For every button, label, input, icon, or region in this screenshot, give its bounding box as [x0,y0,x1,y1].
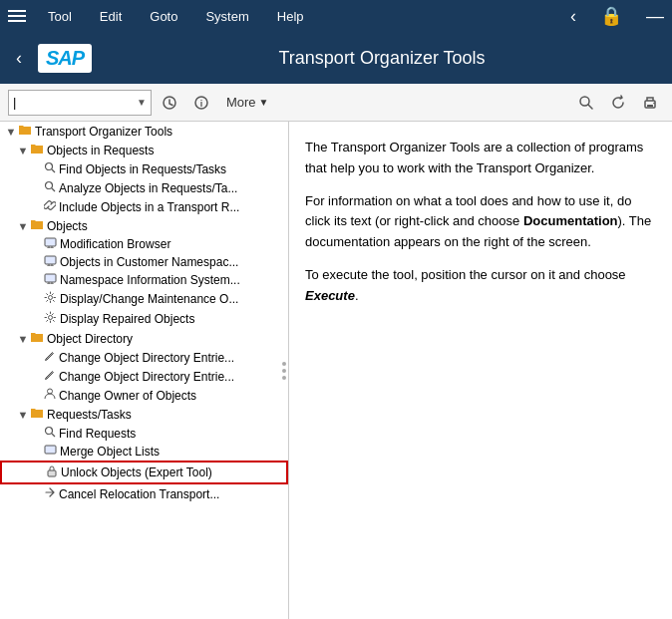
history-button[interactable] [156,90,183,116]
gear-icon [44,311,57,327]
svg-rect-6 [647,105,653,107]
svg-point-24 [49,296,53,300]
svg-point-7 [653,102,655,104]
svg-point-8 [46,163,53,170]
tree-label: Change Owner of Objects [59,389,196,403]
nav-forward-icon[interactable]: 🔒 [600,5,622,27]
content-paragraph-2: For information on what a tool does and … [305,191,656,253]
tree-item-change-owner[interactable]: Change Owner of Objects [0,386,288,405]
tree-label: Include Objects in a Transport R... [59,200,239,214]
svg-point-26 [48,389,53,394]
content-paragraph-3: To execute the tool, position the cursor… [305,265,656,307]
tree-item-maintenance[interactable]: Display/Change Maintenance O... [0,289,288,309]
search-icon [44,180,56,195]
tree-item-merge-lists[interactable]: Merge Object Lists [0,443,288,461]
tree-item-requests-tasks[interactable]: ▼ Requests/Tasks [0,405,288,424]
search-icon [44,426,56,441]
more-button[interactable]: More ▼ [219,91,276,114]
command-input-wrapper[interactable]: ▼ [8,90,152,116]
search-icon [44,161,56,176]
menu-system[interactable]: System [199,5,254,28]
menu-help[interactable]: Help [271,5,310,28]
tree-item-objects-folder[interactable]: ▼ Objects [0,216,288,235]
nav-back-icon[interactable]: ‹ [570,6,576,27]
tree-label: Modification Browser [60,237,170,251]
tree-item-find-objects[interactable]: Find Objects in Requests/Tasks [0,159,288,178]
svg-rect-20 [45,274,56,282]
tree-item-namespace-info[interactable]: Namespace Information System... [0,271,288,289]
pencil-icon [44,350,56,365]
tree-item-root[interactable]: ▼ Transport Organizer Tools [0,122,288,141]
lock-icon [46,464,58,480]
arrow-icon [44,486,56,501]
dropdown-icon[interactable]: ▼ [137,97,147,108]
folder-icon [30,218,44,233]
folder-icon [18,124,32,139]
hamburger-icon[interactable] [8,10,26,22]
expand-icon[interactable]: ▼ [16,220,30,232]
expand-icon[interactable]: ▼ [4,126,18,138]
print-button[interactable] [636,90,664,116]
tree-label: Objects in Requests [47,144,154,157]
content-panel: The Transport Organizer Tools are a coll… [289,122,672,619]
tree-label: Namespace Information System... [60,273,240,287]
screen-icon [44,237,57,251]
tree-item-unlock-objects[interactable]: Unlock Objects (Expert Tool) [0,461,288,484]
tree-item-find-requests[interactable]: Find Requests [0,424,288,443]
menu-edit[interactable]: Edit [94,5,128,28]
gear-icon [44,291,57,307]
page-title: Transport Organizer Tools [104,48,660,69]
person-icon [44,388,56,403]
tree-item-change-dir-2[interactable]: Change Object Directory Entrie... [0,367,288,386]
info-button[interactable]: i [187,90,215,116]
tree-label: Cancel Relocation Transport... [59,487,219,501]
tree-label: Objects [47,219,88,233]
tree-item-analyze-objects[interactable]: Analyze Objects in Requests/Ta... [0,178,288,197]
tree-label: Transport Organizer Tools [35,125,172,139]
screen-icon [44,273,57,287]
back-button[interactable]: ‹ [12,44,26,73]
tree-label: Change Object Directory Entrie... [59,351,234,365]
expand-icon[interactable]: ▼ [16,333,30,345]
svg-line-9 [52,169,55,172]
screen-icon [44,445,57,459]
menu-bar: Tool Edit Goto System Help ‹ 🔒 ― [0,0,672,32]
pencil-icon [44,369,56,384]
refresh-button[interactable] [604,90,632,116]
svg-point-10 [46,182,53,189]
search-button[interactable] [572,90,600,116]
tree-item-repaired-objects[interactable]: Display Repaired Objects [0,309,288,329]
menu-tool[interactable]: Tool [42,5,78,28]
toolbar: ▼ i More ▼ [0,84,672,122]
svg-line-4 [588,105,592,109]
tree-item-objects-in-requests[interactable]: ▼ Objects in Requests [0,141,288,159]
minimize-icon[interactable]: ― [646,6,664,27]
content-paragraph-1: The Transport Organizer Tools are a coll… [305,138,656,179]
main-content: ▼ Transport Organizer Tools ▼ Objects in… [0,122,672,619]
screen-icon [44,255,57,269]
more-chevron-icon: ▼ [259,97,269,108]
link-icon [44,199,56,214]
command-input[interactable] [13,95,133,110]
svg-text:i: i [200,99,203,109]
folder-icon [30,143,44,157]
svg-rect-30 [48,470,56,476]
tree-label: Change Object Directory Entrie... [59,370,234,384]
tree-item-include-objects[interactable]: Include Objects in a Transport R... [0,197,288,216]
tree-label: Analyze Objects in Requests/Ta... [59,181,237,195]
tree-item-change-dir-1[interactable]: Change Object Directory Entrie... [0,348,288,367]
tree-item-object-directory[interactable]: ▼ Object Directory [0,329,288,348]
tree-panel: ▼ Transport Organizer Tools ▼ Objects in… [0,122,289,619]
menu-goto[interactable]: Goto [144,5,183,28]
tree-item-modification-browser[interactable]: Modification Browser [0,235,288,253]
expand-icon[interactable]: ▼ [16,145,30,156]
expand-icon[interactable]: ▼ [16,409,30,421]
svg-rect-16 [45,256,56,264]
tree-item-cancel-relocation[interactable]: Cancel Relocation Transport... [0,484,288,503]
tree-label: Display/Change Maintenance O... [60,292,238,306]
svg-line-11 [52,188,55,191]
content-text: The Transport Organizer Tools are a coll… [305,138,656,307]
tree-item-customer-namespace[interactable]: Objects in Customer Namespac... [0,253,288,271]
tree-label: Merge Object Lists [60,445,160,459]
tree-label: Objects in Customer Namespac... [60,255,238,269]
